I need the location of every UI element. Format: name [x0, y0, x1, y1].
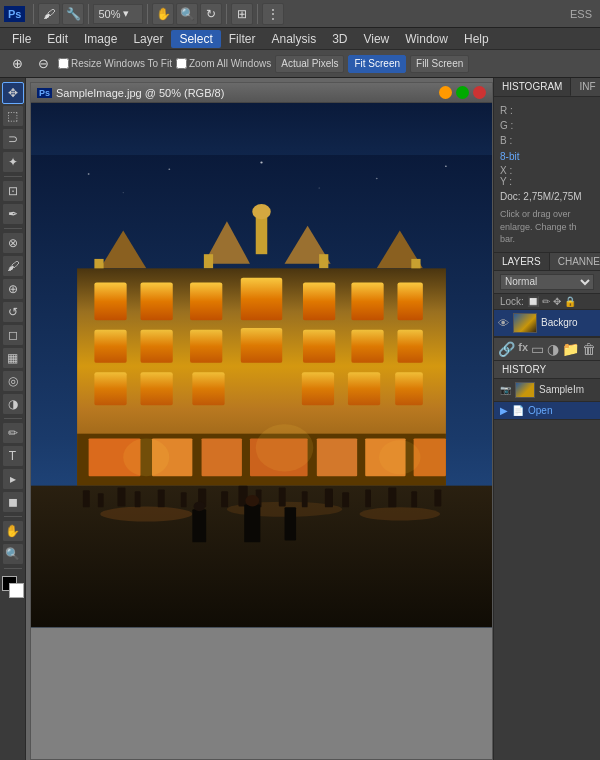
menu-analysis[interactable]: Analysis — [263, 30, 324, 48]
eyedropper-tool[interactable]: ✒ — [2, 203, 24, 225]
svg-rect-66 — [325, 489, 333, 508]
menu-select[interactable]: Select — [171, 30, 220, 48]
lasso-tool[interactable]: ⊃ — [2, 128, 24, 150]
svg-rect-61 — [221, 492, 228, 508]
histogram-hint: Click or drag overenlarge. Change thbar. — [500, 208, 594, 246]
marquee-tool[interactable]: ⬚ — [2, 105, 24, 127]
layer-name-label: Backgro — [541, 317, 578, 328]
menu-window[interactable]: Window — [397, 30, 456, 48]
arrange-icon[interactable]: ⋮ — [262, 3, 284, 25]
menu-view[interactable]: View — [355, 30, 397, 48]
lock-pixel-icon[interactable]: ✏ — [542, 296, 550, 307]
menu-help[interactable]: Help — [456, 30, 497, 48]
hand-tool-icon[interactable]: ✋ — [152, 3, 174, 25]
zoom-tool[interactable]: 🔍 — [2, 543, 24, 565]
svg-rect-68 — [365, 490, 371, 508]
zoom-all-checkbox[interactable]: Zoom All Windows — [176, 58, 271, 69]
layer-mask-button[interactable]: ▭ — [531, 341, 544, 357]
dodge-tool[interactable]: ◑ — [2, 393, 24, 415]
spot-heal-tool[interactable]: ⊗ — [2, 232, 24, 254]
svg-rect-31 — [351, 330, 383, 363]
layer-adjustment-button[interactable]: ◑ — [547, 341, 559, 357]
hist-r-label: R : — [500, 103, 513, 118]
layer-fx-button[interactable]: fx — [518, 341, 528, 357]
layers-footer: 🔗 fx ▭ ◑ 📁 🗑 — [494, 337, 600, 360]
svg-rect-42 — [202, 439, 242, 477]
eraser-tool[interactable]: ◻ — [2, 324, 24, 346]
tool-separator-3 — [4, 418, 22, 419]
brush-tool[interactable]: 🖌 — [2, 255, 24, 277]
clone-tool-icon[interactable]: 🔧 — [62, 3, 84, 25]
svg-rect-22 — [241, 278, 282, 321]
svg-rect-55 — [98, 494, 104, 508]
svg-rect-23 — [303, 283, 335, 321]
fill-screen-button[interactable]: Fill Screen — [410, 55, 469, 73]
actual-pixels-button[interactable]: Actual Pixels — [275, 55, 344, 73]
layer-delete-button[interactable]: 🗑 — [582, 341, 596, 357]
path-select-tool[interactable]: ▸ — [2, 468, 24, 490]
resize-windows-input[interactable] — [58, 58, 69, 69]
shape-tool[interactable]: ◼ — [2, 491, 24, 513]
channels-tab[interactable]: CHANNE — [550, 253, 600, 270]
layer-group-button[interactable]: 📁 — [562, 341, 579, 357]
menu-3d[interactable]: 3D — [324, 30, 355, 48]
text-tool[interactable]: T — [2, 445, 24, 467]
pen-tool[interactable]: ✏ — [2, 422, 24, 444]
main-area: ✥ ⬚ ⊃ ✦ ⊡ ✒ ⊗ 🖌 ⊕ ↺ ◻ ▦ ◎ ◑ ✏ T ▸ ◼ ✋ 🔍 … — [0, 78, 600, 760]
svg-rect-56 — [117, 488, 125, 507]
history-arrow-icon: ▶ — [500, 405, 508, 416]
svg-rect-54 — [83, 491, 90, 508]
window-maximize-button[interactable] — [456, 86, 469, 99]
image-canvas[interactable]: 50% ⊕ | Doc: 2,75M/2,75M ▶ ◀ — [31, 103, 492, 759]
history-item-2[interactable]: ▶ 📄 Open — [494, 402, 600, 420]
blend-mode-select[interactable]: Normal Multiply Screen — [500, 274, 594, 290]
zoom-dropdown[interactable]: 50% ▾ — [93, 4, 143, 24]
info-tab[interactable]: INF — [571, 78, 600, 96]
window-minimize-button[interactable] — [439, 86, 452, 99]
layers-tab-bar: LAYERS CHANNE — [494, 253, 600, 271]
history-brush-tool[interactable]: ↺ — [2, 301, 24, 323]
rotate-view-icon[interactable]: ↻ — [200, 3, 222, 25]
gradient-tool[interactable]: ▦ — [2, 347, 24, 369]
separator-5 — [257, 4, 258, 24]
menu-file[interactable]: File — [4, 30, 39, 48]
layer-link-button[interactable]: 🔗 — [498, 341, 515, 357]
menu-layer[interactable]: Layer — [125, 30, 171, 48]
zoom-tool-icon[interactable]: 🔍 — [176, 3, 198, 25]
magnify-plus-icon[interactable]: ⊕ — [6, 53, 28, 75]
layers-tab[interactable]: LAYERS — [494, 253, 550, 270]
zoom-all-input[interactable] — [176, 58, 187, 69]
magnify-minus-icon[interactable]: ⊖ — [32, 53, 54, 75]
separator-2 — [88, 4, 89, 24]
svg-rect-26 — [94, 330, 126, 363]
move-tool[interactable]: ✥ — [2, 82, 24, 104]
blur-tool[interactable]: ◎ — [2, 370, 24, 392]
options-bar: ⊕ ⊖ Resize Windows To Fit Zoom All Windo… — [0, 50, 600, 78]
layer-row-background[interactable]: 👁 Backgro — [494, 310, 600, 337]
clone-stamp-tool[interactable]: ⊕ — [2, 278, 24, 300]
history-item-1[interactable]: 📷 SampleIm — [494, 379, 600, 402]
brush-tool-icon[interactable]: 🖌 — [38, 3, 60, 25]
lock-all-icon[interactable]: 🔒 — [564, 296, 576, 307]
menu-edit[interactable]: Edit — [39, 30, 76, 48]
svg-point-4 — [376, 178, 378, 180]
svg-point-48 — [256, 425, 314, 472]
separator-3 — [147, 4, 148, 24]
menu-filter[interactable]: Filter — [221, 30, 264, 48]
layer-visibility-icon[interactable]: 👁 — [498, 317, 509, 329]
histogram-tab[interactable]: HISTOGRAM — [494, 78, 571, 96]
window-close-button[interactable] — [473, 86, 486, 99]
menu-image[interactable]: Image — [76, 30, 125, 48]
lock-position-icon[interactable]: 🔲 — [527, 296, 539, 307]
hand-tool[interactable]: ✋ — [2, 520, 24, 542]
fit-screen-button[interactable]: Fit Screen — [348, 55, 406, 73]
grid-icon[interactable]: ⊞ — [231, 3, 253, 25]
foreground-background-colors[interactable] — [2, 576, 24, 598]
resize-windows-checkbox[interactable]: Resize Windows To Fit — [58, 58, 172, 69]
ps-logo: Ps — [4, 6, 25, 22]
crop-tool[interactable]: ⊡ — [2, 180, 24, 202]
background-color[interactable] — [9, 583, 24, 598]
magic-wand-tool[interactable]: ✦ — [2, 151, 24, 173]
history-tab[interactable]: HISTORY — [494, 361, 600, 379]
lock-move-icon[interactable]: ✥ — [553, 296, 561, 307]
